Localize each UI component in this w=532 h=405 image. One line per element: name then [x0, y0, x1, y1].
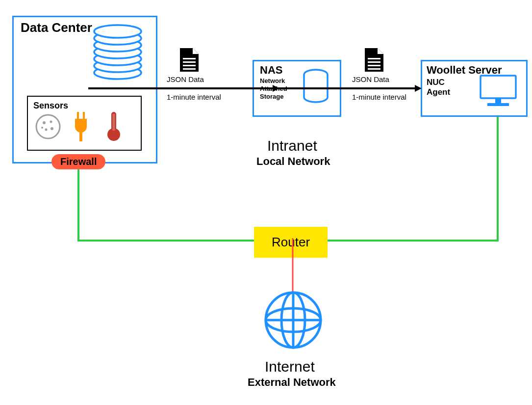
storage-cylinder-icon [302, 69, 330, 105]
svg-point-12 [50, 121, 52, 123]
nas-title: NAS [260, 64, 282, 76]
intranet-sub: Local Network [256, 155, 330, 167]
flow1-bottom-label: 1-minute interval [167, 93, 221, 101]
svg-rect-17 [83, 112, 85, 119]
woollet-sub2: Agent [427, 87, 450, 97]
svg-rect-27 [183, 65, 196, 66]
svg-point-9 [94, 25, 141, 38]
intranet-title: Intranet [267, 137, 317, 155]
svg-rect-33 [368, 68, 380, 70]
monitor-icon [479, 74, 518, 109]
svg-rect-30 [368, 58, 380, 59]
woollet-sub1: NUC [427, 78, 445, 87]
internet-title: Internet [265, 358, 315, 376]
svg-rect-31 [368, 61, 380, 63]
svg-rect-35 [495, 98, 501, 103]
firewall-badge: Firewall [51, 154, 105, 169]
power-plug-icon [71, 112, 91, 142]
globe-icon [263, 290, 324, 351]
sensors-title: Sensors [33, 101, 68, 111]
svg-rect-28 [183, 68, 196, 70]
svg-rect-25 [183, 58, 196, 59]
nas-sub1: Network [260, 78, 285, 85]
svg-point-15 [41, 127, 43, 129]
motion-sensor-icon [34, 113, 62, 140]
file-icon-1 [179, 47, 200, 73]
file-icon-2 [364, 47, 384, 73]
svg-rect-32 [368, 65, 380, 66]
flow2-top-label: JSON Data [352, 75, 389, 83]
router-box: Router [254, 227, 328, 258]
svg-rect-34 [481, 76, 516, 98]
database-stack-icon [88, 24, 147, 82]
svg-rect-16 [77, 112, 79, 119]
svg-point-13 [45, 129, 48, 131]
svg-point-11 [43, 121, 46, 124]
thermometer-icon [105, 110, 122, 142]
svg-point-10 [36, 115, 60, 138]
svg-rect-26 [183, 61, 196, 63]
flow2-bottom-label: 1-minute interval [352, 93, 406, 101]
datacenter-title: Data Center [21, 21, 92, 35]
nas-sub2: Attached [260, 85, 287, 93]
svg-rect-36 [487, 103, 509, 106]
internet-sub: External Network [248, 376, 336, 388]
svg-rect-18 [79, 132, 82, 141]
flow1-top-label: JSON Data [167, 75, 204, 83]
svg-rect-21 [113, 114, 115, 131]
nas-sub3: Storage [260, 93, 283, 101]
svg-point-14 [51, 127, 53, 130]
